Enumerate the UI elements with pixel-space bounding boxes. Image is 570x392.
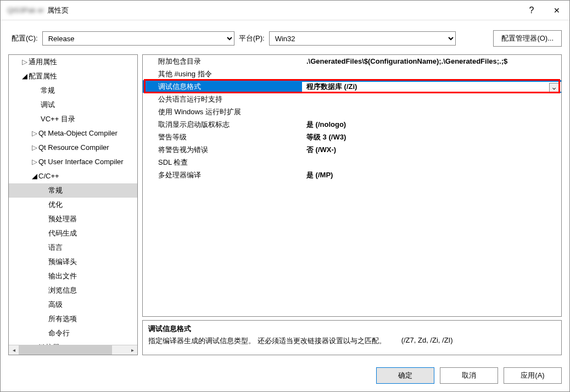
scrollbar-thumb[interactable] [19, 345, 112, 355]
prop-row-treat-warnings-as-errors[interactable]: 将警告视为错误 否 (/WX-) [143, 143, 561, 156]
tree-qt-uic[interactable]: ▷Qt User Interface Compiler [9, 155, 138, 169]
prop-row-multiprocessor-compile[interactable]: 多处理器编译 是 (/MP) [143, 169, 561, 181]
category-tree[interactable]: ▷通用属性 ◢配置属性 常规 调试 VC++ 目录 ▷Qt Meta-Objec… [8, 54, 138, 355]
tree-c-cpp-all-options[interactable]: 所有选项 [9, 312, 138, 326]
tree-c-cpp-preprocessor[interactable]: 预处理器 [9, 212, 138, 226]
tree-general[interactable]: 常规 [9, 83, 138, 98]
configuration-bar: 配置(C): Release 平台(P): Win32 配置管理器(O)... [1, 20, 569, 54]
ok-button[interactable]: 确定 [376, 367, 434, 384]
prop-row-additional-include[interactable]: 附加包含目录 .\GeneratedFiles\$(ConfigurationN… [143, 55, 561, 68]
platform-select[interactable]: Win32 [269, 31, 456, 46]
tree-c-cpp-advanced[interactable]: 高级 [9, 298, 138, 312]
prop-row-debug-info-format[interactable]: 调试信息格式 程序数据库 (/Zi) ⌵ [143, 80, 561, 93]
main-area: ▷通用属性 ◢配置属性 常规 调试 VC++ 目录 ▷Qt Meta-Objec… [1, 54, 569, 362]
prop-row-winrt-ext[interactable]: 使用 Windows 运行时扩展 [143, 105, 561, 118]
prop-row-sdl-checks[interactable]: SDL 检查 [143, 156, 561, 169]
prop-row-warning-level[interactable]: 警告等级 等级 3 (/W3) [143, 131, 561, 143]
help-button[interactable]: ? [519, 1, 544, 20]
scroll-right-icon[interactable]: ▸ [127, 345, 137, 355]
tree-c-cpp-cmdline[interactable]: 命令行 [9, 326, 138, 340]
tree-c-cpp[interactable]: ◢C/C++ [9, 169, 138, 183]
close-button[interactable]: ✕ [544, 1, 569, 20]
window-title: 属性页 [47, 5, 519, 15]
description-panel: 调试信息格式 指定编译器生成的调试信息类型。 还必须适当更改链接器设置以与之匹配… [142, 320, 562, 355]
scroll-left-icon[interactable]: ◂ [9, 345, 19, 355]
tree-c-cpp-language[interactable]: 语言 [9, 240, 138, 255]
tree-c-cpp-pch[interactable]: 预编译头 [9, 255, 138, 269]
tree-qt-moc[interactable]: ▷Qt Meta-Object Compiler [9, 126, 138, 141]
dialog-footer: 确定 取消 应用(A) [1, 362, 569, 391]
description-text: 指定编译器生成的调试信息类型。 还必须适当更改链接器设置以与之匹配。 [148, 336, 386, 346]
tree-c-cpp-optimization[interactable]: 优化 [9, 198, 138, 212]
prop-row-clr-support[interactable]: 公共语言运行时支持 [143, 93, 561, 105]
apply-button[interactable]: 应用(A) [504, 367, 562, 384]
tree-config-properties[interactable]: ◢配置属性 [9, 69, 138, 83]
configuration-select[interactable]: Release [42, 31, 234, 46]
property-grid: 附加包含目录 .\GeneratedFiles\$(ConfigurationN… [142, 54, 562, 317]
platform-label: 平台(P): [239, 33, 265, 43]
titlebar: QtS3Pak er 属性页 ? ✕ [1, 1, 569, 20]
tree-manifest-tool[interactable]: ▷清单工具 [9, 355, 138, 355]
tree-common-properties[interactable]: ▷通用属性 [9, 55, 138, 69]
configuration-manager-button[interactable]: 配置管理器(O)... [493, 30, 562, 47]
tree-qt-rcc[interactable]: ▷Qt Resource Compiler [9, 141, 138, 155]
tree-c-cpp-output[interactable]: 输出文件 [9, 269, 138, 283]
tree-c-cpp-browse[interactable]: 浏览信息 [9, 283, 138, 298]
prop-row-suppress-startup-banner[interactable]: 取消显示启动版权标志 是 (/nologo) [143, 118, 561, 131]
tree-c-cpp-codegen[interactable]: 代码生成 [9, 226, 138, 240]
tree-debugging[interactable]: 调试 [9, 98, 138, 112]
property-pages-dialog: QtS3Pak er 属性页 ? ✕ 配置(C): Release 平台(P):… [0, 0, 570, 392]
tree-horizontal-scrollbar[interactable]: ◂ ▸ [9, 345, 137, 355]
prop-val-debug-info-format[interactable]: 程序数据库 (/Zi) ⌵ [302, 82, 561, 92]
prop-row-additional-using[interactable]: 其他 #using 指令 [143, 68, 561, 80]
description-flags: (/Z7, Zd, /Zi, /ZI) [401, 336, 453, 346]
tree-c-cpp-general[interactable]: 常规 [9, 183, 138, 198]
project-name-blurred: QtS3Pak er [7, 6, 44, 14]
configuration-label: 配置(C): [12, 33, 38, 43]
cancel-button[interactable]: 取消 [440, 367, 498, 384]
description-title: 调试信息格式 [148, 324, 556, 334]
right-pane: 附加包含目录 .\GeneratedFiles\$(ConfigurationN… [142, 54, 562, 355]
dropdown-icon[interactable]: ⌵ [549, 83, 559, 92]
tree-vcpp-directories[interactable]: VC++ 目录 [9, 112, 138, 126]
